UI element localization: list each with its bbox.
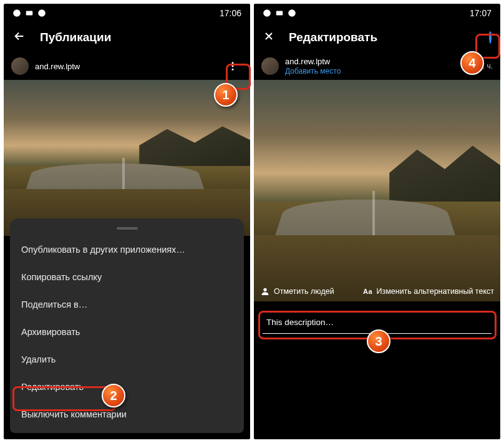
page-title: Редактировать <box>289 31 377 44</box>
left-header: Публикации <box>4 22 250 52</box>
aa-icon: Aa <box>362 286 372 296</box>
mail-icon <box>25 9 34 17</box>
person-icon <box>260 286 270 296</box>
username[interactable]: and.rew.lptw <box>285 57 341 66</box>
status-bar: 17:07 <box>254 4 500 22</box>
svg-point-5 <box>232 69 234 71</box>
status-bar: 17:06 <box>4 4 250 22</box>
viber-icon <box>37 9 46 17</box>
spinner-icon <box>489 31 492 44</box>
sheet-item-delete[interactable]: Удалить <box>10 346 244 373</box>
svg-point-8 <box>288 9 296 17</box>
status-time: 17:06 <box>220 8 241 18</box>
sheet-item-share-to[interactable]: Поделиться в… <box>10 291 244 318</box>
more-options-button[interactable] <box>223 56 243 76</box>
viber-icon <box>12 9 21 17</box>
callout-3: 3 <box>367 329 390 353</box>
sheet-item-archive[interactable]: Архивировать <box>10 318 244 346</box>
right-header: Редактировать <box>254 22 500 52</box>
post-header: and.rew.lptw <box>4 52 250 80</box>
left-pane: 17:06 Публикации and.rew.lptw <box>4 4 250 439</box>
drag-handle-icon[interactable] <box>117 227 138 230</box>
done-button[interactable] <box>489 32 492 43</box>
svg-point-2 <box>38 9 46 17</box>
back-icon[interactable] <box>12 29 26 46</box>
image-overlay-actions: Отметить людей Aa Изменить альтернативны… <box>260 286 494 296</box>
bottom-sheet: Опубликовать в других приложениях… Копир… <box>10 218 244 433</box>
avatar[interactable] <box>261 57 279 75</box>
mail-icon <box>275 9 284 17</box>
svg-point-3 <box>232 62 234 64</box>
add-place-link[interactable]: Добавить место <box>285 67 341 75</box>
tag-people-button[interactable]: Отметить людей <box>260 286 334 296</box>
alt-text-button[interactable]: Aa Изменить альтернативный текст <box>362 286 494 296</box>
callout-1: 1 <box>214 83 238 107</box>
post-image[interactable]: Отметить людей Aa Изменить альтернативны… <box>254 80 500 301</box>
sheet-item-edit[interactable]: Редактировать <box>10 373 244 401</box>
svg-rect-7 <box>276 11 283 16</box>
svg-point-0 <box>13 9 21 17</box>
sheet-item-copy-link[interactable]: Копировать ссылку <box>10 263 244 291</box>
close-icon[interactable] <box>263 30 275 45</box>
username[interactable]: and.rew.lptw <box>35 62 80 71</box>
svg-rect-1 <box>26 11 33 16</box>
svg-point-9 <box>263 288 266 291</box>
post-image[interactable] <box>4 80 250 236</box>
sheet-item-disable-comments[interactable]: Выключить комментарии <box>10 401 244 428</box>
svg-point-6 <box>263 9 271 17</box>
svg-point-4 <box>232 66 234 67</box>
page-title: Публикации <box>40 31 111 44</box>
viber-icon <box>288 9 296 17</box>
callout-4: 4 <box>460 51 484 75</box>
sheet-item-share-other-apps[interactable]: Опубликовать в других приложениях… <box>10 236 244 263</box>
callout-2: 2 <box>102 384 125 407</box>
status-time: 17:07 <box>470 8 492 18</box>
viber-icon <box>263 9 271 17</box>
avatar[interactable] <box>11 57 29 75</box>
